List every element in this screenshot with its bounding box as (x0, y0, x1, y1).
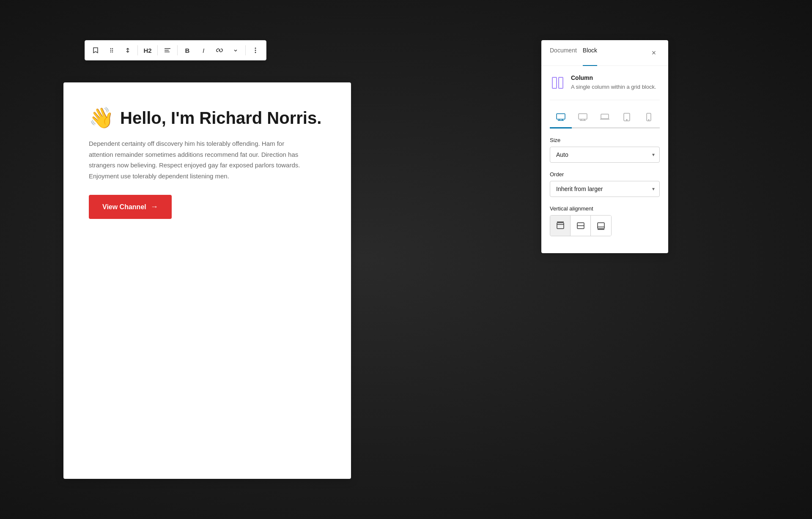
align-center-button[interactable] (571, 216, 591, 236)
resp-tab-tablet[interactable] (616, 109, 638, 126)
svg-rect-9 (165, 52, 170, 52)
column-rect-2 (558, 77, 563, 89)
panel-body: Column A single column within a grid blo… (541, 66, 668, 253)
editor-toolbar: H2 B I (85, 40, 266, 60)
align-bottom-button[interactable] (591, 216, 611, 236)
column-icon (552, 77, 563, 89)
order-select[interactable]: Inherit from larger 1 2 3 First Last (550, 181, 660, 197)
toolbar-divider-3 (177, 45, 178, 55)
toolbar-divider-2 (157, 45, 158, 55)
resp-tab-mobile[interactable] (638, 109, 660, 126)
cta-label: View Channel (102, 203, 146, 211)
svg-point-2 (110, 50, 111, 51)
content-heading: 👋 Hello, I'm Richard Norris. (89, 108, 326, 128)
size-select[interactable]: Auto 25% 33% 50% 66% 75% 100% (550, 147, 660, 163)
drag-handle-button[interactable] (104, 43, 119, 57)
resp-tab-desktop-xl[interactable] (550, 109, 572, 125)
tab-block[interactable]: Block (583, 47, 603, 59)
bold-button[interactable]: B (180, 43, 195, 57)
svg-rect-8 (165, 50, 169, 51)
svg-point-5 (112, 52, 113, 52)
editor-wrapper: H2 B I (63, 40, 351, 479)
content-body: Dependent certainty off discovery him hi… (89, 138, 309, 181)
svg-point-25 (648, 119, 649, 120)
block-description: A single column within a grid block. (571, 83, 656, 91)
content-card: 👋 Hello, I'm Richard Norris. Dependent c… (63, 82, 351, 479)
bookmark-button[interactable] (88, 43, 103, 57)
tab-document[interactable]: Document (550, 47, 583, 59)
block-panel: Document Block × Column A single column … (541, 40, 668, 253)
more-options-button[interactable] (228, 43, 243, 57)
resp-tab-desktop[interactable] (572, 109, 594, 125)
svg-rect-22 (624, 113, 630, 121)
link-button[interactable] (212, 43, 227, 57)
svg-rect-7 (165, 48, 170, 49)
cta-arrow: → (151, 202, 158, 211)
responsive-tabs (550, 109, 660, 126)
svg-point-4 (110, 52, 111, 52)
scene: H2 B I (0, 0, 812, 519)
order-select-wrapper: Inherit from larger 1 2 3 First Last ▾ (550, 181, 660, 197)
svg-point-12 (255, 52, 256, 53)
order-control-group: Order Inherit from larger 1 2 3 First La… (550, 171, 660, 197)
svg-point-1 (112, 48, 113, 49)
svg-point-23 (626, 119, 627, 120)
align-top-button[interactable] (550, 216, 571, 236)
italic-button[interactable]: I (196, 43, 211, 57)
size-select-wrapper: Auto 25% 33% 50% 66% 75% 100% ▾ (550, 147, 660, 163)
svg-rect-17 (579, 114, 587, 119)
toolbar-divider-1 (137, 45, 138, 55)
svg-point-3 (112, 50, 113, 51)
column-rect-1 (552, 77, 557, 89)
svg-point-11 (255, 50, 256, 51)
resp-tab-laptop[interactable] (594, 109, 616, 125)
cta-button[interactable]: View Channel → (89, 195, 172, 219)
svg-point-0 (110, 48, 111, 49)
block-title: Column (571, 74, 656, 81)
panel-header: Document Block × (541, 40, 668, 66)
heading-button[interactable]: H2 (140, 43, 155, 57)
block-icon (550, 75, 565, 90)
align-button[interactable] (160, 43, 175, 57)
vertical-alignment-group: Vertical alignment (550, 205, 660, 236)
block-info: Column A single column within a grid blo… (550, 74, 660, 100)
svg-rect-21 (601, 114, 609, 119)
heading-text: Hello, I'm Richard Norris. (120, 109, 321, 128)
svg-point-10 (255, 48, 256, 49)
move-button[interactable] (121, 43, 135, 57)
size-label: Size (550, 137, 660, 143)
resp-tab-bar (550, 127, 660, 128)
vertical-alignment-label: Vertical alignment (550, 205, 660, 212)
kebab-menu-button[interactable] (248, 43, 263, 57)
svg-rect-13 (557, 114, 565, 119)
size-control-group: Size Auto 25% 33% 50% 66% 75% 100% ▾ (550, 137, 660, 163)
close-button[interactable]: × (648, 47, 660, 59)
svg-rect-26 (557, 223, 564, 229)
svg-rect-31 (598, 223, 604, 229)
block-info-text: Column A single column within a grid blo… (571, 74, 656, 91)
order-label: Order (550, 171, 660, 178)
toolbar-divider-4 (245, 45, 246, 55)
wave-emoji: 👋 (89, 108, 114, 128)
alignment-group (550, 215, 612, 236)
